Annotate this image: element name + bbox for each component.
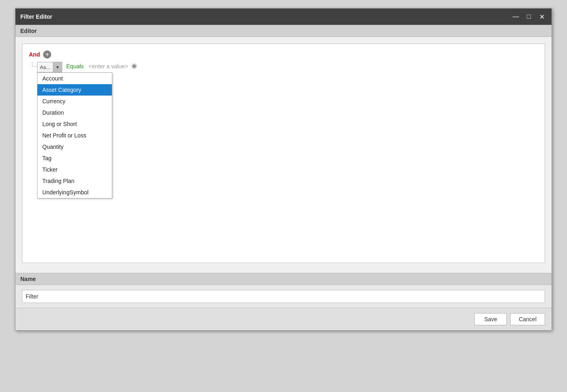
and-row: And +	[29, 50, 538, 59]
remove-condition-button[interactable]: ◉	[131, 62, 138, 70]
dropdown-item-currency[interactable]: Currency	[37, 96, 112, 107]
field-dropdown-menu: Account Asset Category Currency Duration…	[37, 72, 112, 198]
name-section-header: Name	[15, 273, 552, 285]
operator-label: Equals	[64, 62, 86, 71]
window-title: Filter Editor	[20, 13, 52, 20]
editor-box: And + As... ▼ Account Asset Category C	[22, 44, 545, 263]
close-button[interactable]: ✕	[537, 12, 547, 22]
dropdown-item-tag[interactable]: Tag	[37, 152, 112, 164]
minimize-button[interactable]: —	[511, 12, 521, 22]
dropdown-item-underlying-symbol[interactable]: UnderlyingSymbol	[37, 187, 112, 198]
field-dropdown-button[interactable]: ▼	[53, 62, 62, 72]
titlebar: Filter Editor — □ ✕	[15, 9, 552, 25]
editor-section-header: Editor	[15, 25, 552, 37]
field-selector-wrapper: As... ▼	[37, 62, 62, 72]
field-selector-label: As...	[37, 62, 53, 72]
editor-area: And + As... ▼ Account Asset Category C	[15, 37, 552, 273]
dropdown-item-duration[interactable]: Duration	[37, 107, 112, 118]
filter-editor-window: Filter Editor — □ ✕ Editor And + As...	[15, 8, 552, 331]
save-button[interactable]: Save	[474, 313, 507, 325]
value-placeholder: <enter a value>	[88, 62, 129, 71]
footer: Save Cancel	[15, 308, 552, 330]
name-section: Name	[15, 273, 552, 308]
window-controls: — □ ✕	[511, 12, 547, 22]
maximize-button[interactable]: □	[524, 12, 534, 22]
name-input-area	[15, 285, 552, 308]
dropdown-item-long-or-short[interactable]: Long or Short	[37, 118, 112, 130]
dropdown-item-ticker[interactable]: Ticker	[37, 164, 112, 175]
and-label: And	[29, 51, 40, 58]
cancel-button[interactable]: Cancel	[510, 313, 545, 325]
dropdown-item-quantity[interactable]: Quantity	[37, 141, 112, 152]
tree-line	[32, 62, 37, 67]
filter-row: As... ▼ Account Asset Category Currency …	[37, 62, 538, 72]
add-condition-button[interactable]: +	[43, 50, 51, 59]
dropdown-item-asset-category[interactable]: Asset Category	[37, 84, 112, 96]
name-input[interactable]	[22, 290, 545, 303]
dropdown-item-trading-plan[interactable]: Trading Plan	[37, 175, 112, 187]
dropdown-item-net-profit-or-loss[interactable]: Net Profit or Loss	[37, 130, 112, 141]
field-selector: As... ▼ Account Asset Category Currency …	[37, 62, 62, 72]
dropdown-item-account[interactable]: Account	[37, 73, 112, 84]
